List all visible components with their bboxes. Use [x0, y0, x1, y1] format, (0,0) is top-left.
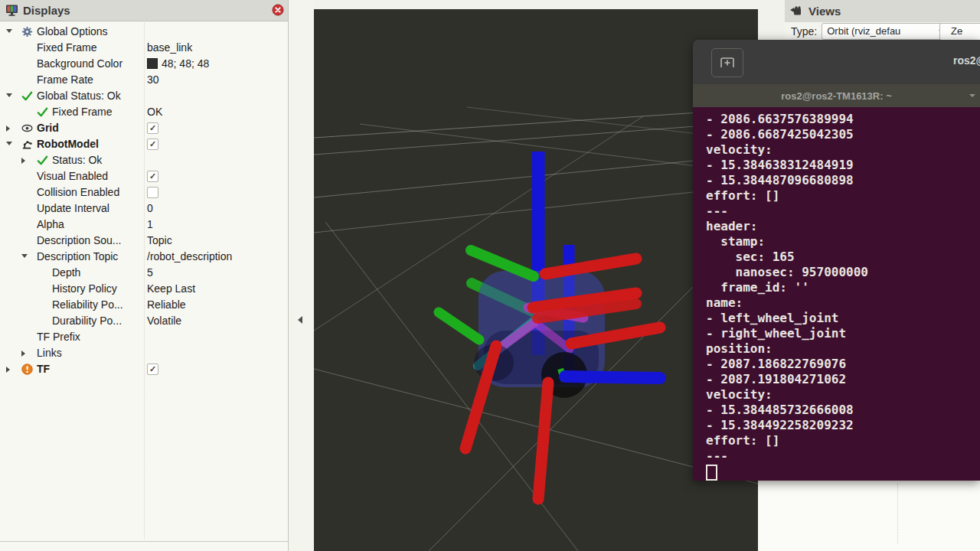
collapse-left-icon[interactable]	[298, 316, 302, 324]
expander-open-icon[interactable]	[6, 142, 12, 145]
tree-row-label: Visual Enabled	[37, 170, 108, 182]
tree-row-value[interactable]: 5	[147, 266, 153, 279]
tree-row-value[interactable]: /robot_description	[147, 250, 232, 262]
tree-row-value[interactable]	[147, 186, 158, 198]
panel-splitter[interactable]	[289, 0, 314, 551]
checkbox[interactable]: ✓	[147, 364, 158, 375]
check-icon	[21, 90, 33, 102]
value-text: 48; 48; 48	[162, 57, 209, 70]
expander-open-icon[interactable]	[6, 93, 12, 97]
terminal-line: - 2086.6687425042305	[706, 127, 980, 142]
terminal-tabbar[interactable]: ros2@ros2-TM1613R: ~	[693, 84, 980, 107]
displays-panel-title: Displays	[23, 4, 70, 17]
tree-row-label: Depth	[52, 266, 80, 279]
tree-row-value[interactable]: 48; 48; 48	[147, 57, 209, 70]
expander-open-icon[interactable]	[6, 29, 12, 33]
terminal-cursor	[706, 465, 717, 481]
view-type-combobox[interactable]: Orbit (rviz_defau	[822, 23, 949, 40]
eye-icon	[21, 122, 33, 134]
value-text: /robot_description	[147, 250, 232, 262]
tree-row-value[interactable]: base_link	[147, 41, 192, 54]
warning-icon	[21, 364, 33, 375]
tree-row-label: Fixed Frame	[52, 106, 113, 118]
displays-panel-titlebar[interactable]: Displays	[0, 0, 288, 21]
terminal-line: - 2086.6637576389994	[706, 112, 980, 127]
tree-row-label: History Policy	[52, 282, 117, 295]
tree-row-value[interactable]: 1	[147, 218, 153, 230]
tree-row-label: RobotModel	[37, 138, 99, 150]
tree-row-label: Collision Enabled	[37, 186, 119, 198]
terminal-line: - right_wheel_joint	[706, 326, 980, 341]
new-tab-button[interactable]	[711, 48, 743, 77]
terminal-line: header:	[706, 219, 980, 234]
checkbox[interactable]: ✓	[147, 122, 158, 134]
new-tab-icon	[720, 56, 735, 70]
rviz-window: Displays Global OptionsFixed Framebase_l…	[0, 0, 980, 551]
tree-row-value[interactable]: Topic	[147, 234, 172, 246]
terminal-line: stamp:	[706, 234, 980, 249]
tree-row-value[interactable]: ✓	[147, 170, 158, 182]
views-panel-title: Views	[808, 5, 841, 18]
check-icon	[37, 155, 48, 166]
terminal-line: - 2087.186822769076	[706, 357, 980, 372]
terminal-line: name:	[706, 295, 980, 311]
checkbox[interactable]: ✓	[147, 139, 158, 150]
expander-closed-icon[interactable]	[21, 158, 25, 164]
terminal-line: ---	[706, 204, 980, 219]
expander-closed-icon[interactable]	[21, 350, 25, 357]
checkbox[interactable]	[147, 187, 158, 198]
value-text: Volatile	[147, 315, 181, 327]
tree-row-label: Background Color	[37, 57, 122, 70]
tab-chevron-down-icon[interactable]	[969, 94, 975, 97]
terminal-window[interactable]: ros2@ ros2@ros2-TM1613R: ~ - 2086.663757…	[693, 40, 980, 481]
expander-closed-icon[interactable]	[6, 126, 10, 132]
view-type-value: Orbit (rviz_defau	[827, 25, 900, 37]
terminal-line: - 15.384487096680898	[706, 173, 980, 188]
terminal-line: - 2087.191804271062	[706, 372, 980, 387]
robot-icon	[21, 139, 33, 150]
value-text: 5	[147, 266, 153, 279]
views-panel-titlebar[interactable]: Views	[785, 0, 980, 23]
tree-row-value[interactable]: 30	[147, 73, 159, 86]
expander-open-icon[interactable]	[21, 254, 28, 258]
tree-row-value[interactable]: Volatile	[147, 315, 181, 327]
check-icon	[37, 106, 48, 118]
gear-icon	[21, 26, 33, 37]
views-camera-icon	[790, 6, 804, 17]
terminal-line: frame_id: ''	[706, 280, 980, 295]
value-text: base_link	[147, 41, 192, 54]
panel-bottom-divider	[0, 541, 314, 542]
tree-row-value[interactable]: ✓	[147, 138, 158, 150]
terminal-line: - 15.384492258209232	[706, 418, 980, 433]
checkbox[interactable]: ✓	[147, 171, 158, 182]
tree-row-value[interactable]: ✓	[147, 363, 158, 375]
terminal-tab-title: ros2@ros2-TM1613R: ~	[781, 90, 892, 102]
render-viewport[interactable]	[314, 9, 758, 551]
close-icon[interactable]	[272, 4, 284, 16]
zero-button[interactable]: Ze	[939, 23, 980, 41]
value-text: OK	[147, 106, 162, 118]
tree-column-divider[interactable]	[144, 21, 145, 539]
tree-row-value[interactable]: ✓	[147, 122, 158, 134]
terminal-headerbar[interactable]: ros2@	[693, 40, 980, 84]
terminal-window-title: ros2@	[953, 54, 980, 67]
robot-model	[439, 152, 660, 499]
terminal-line: effort: []	[706, 188, 980, 204]
terminal-output[interactable]: - 2086.6637576389994- 2086.6687425042305…	[693, 107, 980, 481]
tree-row-label: Global Options	[37, 25, 108, 37]
tree-row-value[interactable]: OK	[147, 106, 162, 118]
terminal-line: effort: []	[706, 433, 980, 448]
tree-row-label: Links	[37, 347, 62, 359]
displays-panel: Displays Global OptionsFixed Framebase_l…	[0, 0, 289, 551]
tree-row-value[interactable]: 0	[147, 202, 153, 214]
tree-row-value[interactable]: Keep Last	[147, 282, 195, 295]
tree-row-label: Global Status: Ok	[37, 90, 121, 102]
expander-closed-icon[interactable]	[6, 367, 10, 373]
tree-row-label: Status: Ok	[52, 154, 102, 166]
tree-row-label: TF Prefix	[37, 331, 80, 343]
tree-row-label: Reliability Po...	[52, 298, 123, 311]
tree-row-label: Alpha	[37, 218, 64, 230]
terminal-line: nanosec: 957000000	[706, 265, 980, 280]
tree-row-label: Description Sou...	[37, 234, 122, 246]
tree-row-value[interactable]: Reliable	[147, 298, 186, 311]
